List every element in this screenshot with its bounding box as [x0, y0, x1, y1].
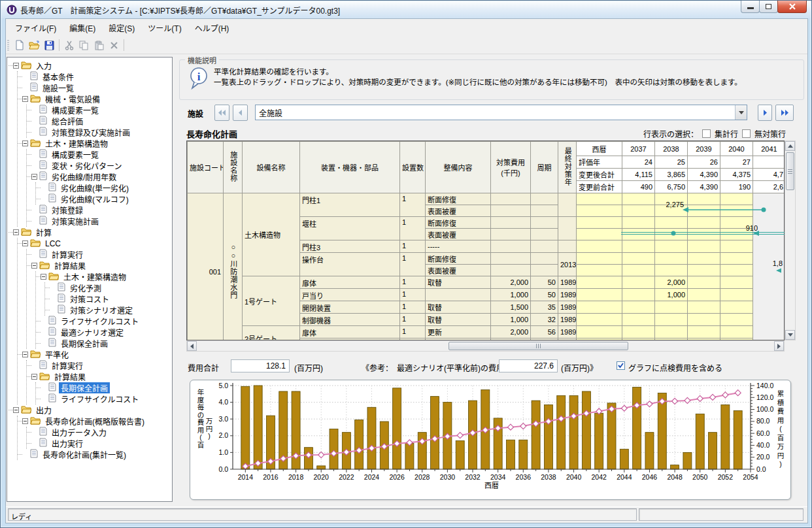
year-grid-cell[interactable] [688, 265, 720, 276]
tree-item[interactable]: ライフサイクルコスト [36, 316, 172, 327]
year-grid-cell[interactable] [688, 276, 720, 289]
year-grid-cell[interactable] [622, 205, 655, 217]
menu-item-h[interactable]: ヘルプ(H) [188, 19, 236, 37]
tree-item[interactable]: 出力 [8, 404, 172, 416]
tree-item[interactable]: 総合評価 [27, 116, 172, 127]
cut-button[interactable] [61, 38, 76, 52]
tree-item[interactable]: 長寿命化計画(概略版報告書) [18, 416, 172, 427]
year-grid-cell[interactable] [577, 301, 622, 314]
tree-item[interactable]: 基本条件 [18, 71, 172, 82]
year-grid-cell[interactable] [720, 205, 753, 217]
year-grid-cell[interactable] [577, 265, 622, 276]
include-inspection-cost-checkbox[interactable] [617, 361, 625, 370]
menu-item-f[interactable]: ファイル(F) [8, 19, 63, 37]
tree-item[interactable]: 構成要素一覧 [27, 105, 172, 116]
year-grid-cell[interactable] [688, 289, 720, 301]
tree-item[interactable]: 変状・劣化パターン [27, 160, 172, 171]
year-grid-cell[interactable] [720, 240, 753, 253]
year-grid-cell[interactable] [577, 240, 622, 253]
year-grid-cell[interactable] [577, 217, 622, 229]
tree-item[interactable]: 劣化曲線(マルコフ) [36, 193, 172, 205]
expander-minus-icon[interactable] [22, 352, 28, 357]
year-grid-cell[interactable] [688, 193, 720, 205]
tree-item[interactable]: 出力データ入力 [27, 427, 172, 438]
expander-minus-icon[interactable] [13, 63, 19, 69]
year-grid-cell[interactable] [688, 301, 720, 314]
new-document-button[interactable] [12, 38, 27, 52]
tree-item[interactable]: 対策登録及び実施計画 [27, 127, 172, 138]
table-horizontal-scrollbar[interactable] [186, 340, 785, 352]
year-grid-cell[interactable] [720, 253, 753, 265]
menu-item-e[interactable]: 編集(E) [63, 19, 102, 37]
tree-item[interactable]: 劣化曲線/耐用年数 [27, 171, 172, 182]
tree-item[interactable]: 構成要素一覧 [27, 149, 172, 160]
year-grid-cell[interactable] [655, 193, 688, 205]
year-grid-cell[interactable] [622, 276, 655, 289]
year-grid-cell[interactable] [655, 229, 688, 240]
facility-select-dropdown-button[interactable] [735, 105, 747, 120]
expander-minus-icon[interactable] [22, 140, 28, 146]
year-grid-cell[interactable] [622, 265, 655, 276]
paste-button[interactable] [92, 38, 107, 52]
expander-minus-icon[interactable] [13, 407, 19, 413]
menu-item-s[interactable]: 設定(S) [102, 19, 141, 37]
no-action-row-checkbox[interactable] [742, 129, 751, 138]
year-grid-cell[interactable] [688, 253, 720, 265]
tree-item[interactable]: 対策シナリオ選定 [45, 305, 172, 316]
year-grid-cell[interactable] [720, 265, 753, 276]
tree-item[interactable]: 施設一覧 [18, 82, 172, 93]
tree-item[interactable]: 対策実施計画 [27, 216, 172, 227]
year-grid-cell[interactable] [720, 229, 753, 240]
year-grid-cell[interactable] [622, 193, 655, 205]
close-button[interactable] [777, 1, 807, 13]
year-grid-cell[interactable] [622, 301, 655, 314]
tree-item[interactable]: ライフサイクルコスト [36, 393, 172, 404]
year-grid-cell[interactable] [655, 301, 688, 314]
tree-item[interactable]: 長寿命化計画(集計一覧) [18, 449, 172, 460]
minimize-button[interactable] [741, 1, 760, 13]
open-folder-button[interactable] [27, 38, 42, 52]
tree-item[interactable]: 土木・建築構造物 [18, 138, 172, 149]
year-grid-cell[interactable] [577, 314, 622, 326]
toolbar-grip[interactable] [7, 39, 9, 51]
year-grid-cell[interactable] [655, 253, 688, 265]
tree-item[interactable]: 対策登録 [27, 205, 172, 216]
year-grid-cell[interactable] [655, 314, 688, 326]
year-grid-cell[interactable]: 2,000 [655, 276, 688, 289]
year-grid-cell[interactable] [720, 301, 753, 314]
year-grid-cell[interactable] [655, 265, 688, 276]
year-grid-cell[interactable] [720, 217, 753, 229]
facility-next-button[interactable] [758, 105, 772, 121]
menu-item-t[interactable]: ツール(T) [141, 19, 188, 37]
year-grid-cell[interactable] [688, 314, 720, 326]
year-grid-cell[interactable] [655, 205, 688, 217]
expander-minus-icon[interactable] [22, 418, 28, 424]
year-grid-cell[interactable] [688, 326, 720, 338]
tree-item[interactable]: 計算結果 [27, 260, 172, 271]
year-grid-cell[interactable] [720, 193, 753, 205]
facility-first-button[interactable] [214, 105, 229, 121]
expander-minus-icon[interactable] [31, 263, 37, 269]
year-grid-cell[interactable] [622, 217, 655, 229]
tree-item[interactable]: 機械・電気設備 [18, 93, 172, 105]
year-grid-cell[interactable] [622, 314, 655, 326]
horizontal-scroll-thumb[interactable] [448, 342, 628, 350]
expander-minus-icon[interactable] [22, 240, 28, 246]
tree-item[interactable]: 土木・建築構造物 [36, 271, 172, 282]
year-grid-cell[interactable] [720, 314, 753, 326]
year-grid-cell[interactable] [577, 276, 622, 289]
year-grid-cell[interactable] [688, 229, 720, 240]
tree-item[interactable]: 最適シナリオ選定 [36, 327, 172, 338]
facility-select[interactable]: 全施設 [255, 105, 747, 120]
year-grid-cell[interactable] [622, 253, 655, 265]
vertical-scroll-thumb[interactable] [786, 152, 794, 190]
year-grid-cell[interactable] [655, 240, 688, 253]
expander-minus-icon[interactable] [31, 174, 37, 180]
year-grid-cell[interactable] [577, 289, 622, 301]
tree-item[interactable]: 劣化予測 [45, 282, 172, 293]
year-grid-cell[interactable] [577, 205, 622, 217]
year-grid-cell[interactable] [577, 229, 622, 240]
restore-button[interactable] [759, 1, 778, 13]
copy-button[interactable] [76, 38, 92, 52]
tree-item[interactable]: 長期保全計画 [36, 382, 172, 393]
